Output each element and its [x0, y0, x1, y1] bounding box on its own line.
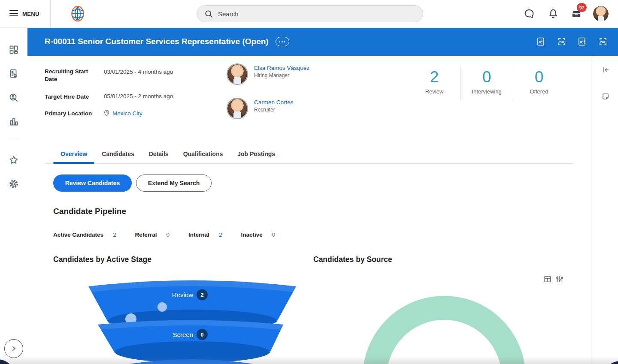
- funnel-bubble: [158, 302, 167, 312]
- field-label-target-hire-date: Target Hire Date: [45, 93, 95, 101]
- hamburger-menu-icon[interactable]: [9, 10, 18, 17]
- candidates-by-stage-funnel[interactable]: Review 2 Screen 0: [53, 272, 328, 364]
- metric-label: Inactive: [241, 232, 262, 238]
- stat-offered-label: Offered: [513, 88, 565, 95]
- right-utility-rail: [591, 56, 618, 364]
- requisition-header: R-00011 Senior Customer Services Represe…: [27, 27, 618, 56]
- tab-bar: Overview Candidates Details Qualificatio…: [45, 145, 573, 164]
- notes-icon[interactable]: [601, 92, 610, 101]
- svg-text:PDF: PDF: [559, 40, 565, 44]
- recruiter-role: Recruiter: [254, 107, 294, 113]
- notifications-bell-icon[interactable]: [548, 8, 559, 19]
- recruiter-avatar[interactable]: [227, 98, 248, 119]
- recruiter-name-link[interactable]: Carmen Cortes: [254, 99, 294, 105]
- hiring-manager-avatar[interactable]: [227, 63, 248, 85]
- recruiting-requisition-page: MENU: [0, 0, 618, 364]
- export-buttons: X PDF X: [536, 27, 608, 56]
- metric-value-link[interactable]: 2: [219, 232, 222, 238]
- main-content: Recruiting Start Date 03/01/2025 - 4 mon…: [27, 56, 591, 364]
- metric-referral: Referral 0: [135, 232, 170, 238]
- stat-offered: 0 Offered: [513, 69, 565, 95]
- hiring-manager-role: Hiring Manager: [254, 72, 309, 78]
- metric-value: 0: [167, 232, 170, 238]
- expand-sidebar-button[interactable]: [4, 339, 23, 358]
- funnel-chart-title: Candidates by Active Stage: [53, 255, 151, 264]
- review-candidates-button[interactable]: Review Candidates: [53, 174, 132, 192]
- company-globe-logo[interactable]: [69, 5, 87, 23]
- stat-review-label: Review: [409, 88, 460, 95]
- metric-value-link[interactable]: 2: [113, 232, 116, 238]
- related-actions-ellipsis-button[interactable]: [276, 37, 289, 46]
- tab-overview[interactable]: Overview: [53, 145, 94, 163]
- candidate-pipeline-heading: Candidate Pipeline: [53, 207, 126, 216]
- export-excel-icon[interactable]: X: [536, 37, 546, 46]
- reports-bar-chart-icon[interactable]: [9, 117, 19, 127]
- primary-location-link[interactable]: Mexico City: [112, 110, 142, 117]
- location-pin-icon: [104, 110, 109, 116]
- candidate-search-icon[interactable]: [9, 93, 19, 103]
- collapse-panel-icon[interactable]: [601, 66, 610, 74]
- tab-details[interactable]: Details: [142, 145, 176, 163]
- job-requisitions-icon[interactable]: [9, 69, 19, 79]
- metric-internal: Internal 2: [188, 232, 222, 238]
- favorites-star-icon[interactable]: [9, 155, 19, 165]
- svg-text:X: X: [580, 39, 583, 44]
- search-icon: [205, 10, 213, 18]
- export-pdf-icon-2[interactable]: PDF: [598, 37, 608, 46]
- left-navigation-rail: [0, 27, 27, 364]
- metric-inactive: Inactive 0: [241, 232, 275, 238]
- dashboards-icon[interactable]: [9, 45, 19, 55]
- tab-job-postings[interactable]: Job Postings: [230, 145, 282, 163]
- stat-review: 2 Review: [409, 69, 460, 95]
- metric-label: Referral: [135, 232, 157, 238]
- funnel-stage-label: Screen: [173, 331, 193, 338]
- candidates-by-source-donut[interactable]: [328, 272, 568, 364]
- chat-icon[interactable]: [524, 8, 535, 19]
- metric-value: 0: [272, 232, 276, 238]
- search-input[interactable]: [217, 10, 399, 18]
- field-value-target-hire-date: 05/01/2025 - 2 months ago: [104, 93, 173, 99]
- metric-active-candidates: Active Candidates 2: [53, 232, 116, 238]
- extend-my-search-button[interactable]: Extend My Search: [136, 174, 212, 192]
- svg-text:PDF: PDF: [600, 40, 606, 44]
- page-title: R-00011 Senior Customer Services Represe…: [45, 37, 269, 46]
- hiring-manager-name-link[interactable]: Elsa Ramos Vásquez: [254, 65, 309, 71]
- export-pdf-icon[interactable]: PDF: [557, 37, 566, 46]
- top-bar: MENU: [0, 0, 618, 28]
- stat-review-value[interactable]: 2: [409, 69, 460, 86]
- stat-interviewing-label: Interviewing: [461, 88, 512, 95]
- stat-interviewing-value[interactable]: 0: [461, 69, 512, 86]
- field-value-recruiting-start-date: 03/01/2025 - 4 months ago: [104, 69, 173, 75]
- recruiter-card: Carmen Cortes Recruiter: [227, 98, 294, 119]
- tab-qualifications[interactable]: Qualifications: [176, 145, 230, 163]
- svg-text:X: X: [539, 39, 542, 44]
- metric-label: Active Candidates: [53, 232, 103, 238]
- menu-label[interactable]: MENU: [22, 11, 39, 17]
- field-label-recruiting-start-date: Recruiting Start Date: [45, 68, 95, 83]
- funnel-stage-label: Review: [172, 291, 193, 298]
- settings-gear-icon[interactable]: [9, 179, 19, 189]
- chevron-right-icon: [10, 345, 17, 352]
- field-label-primary-location: Primary Location: [45, 110, 95, 117]
- global-search[interactable]: [197, 5, 423, 22]
- source-chart-title: Candidates by Source: [313, 255, 392, 264]
- pipeline-metrics: Active Candidates 2 Referral 0 Internal …: [53, 232, 294, 238]
- field-value-primary-location: Mexico City: [104, 110, 142, 117]
- topbar-divider: [50, 0, 51, 27]
- donut-ring[interactable]: [375, 308, 514, 364]
- stat-offered-value[interactable]: 0: [513, 69, 565, 86]
- export-excel-icon-2[interactable]: X: [578, 37, 587, 46]
- rail-divider: [8, 140, 20, 140]
- stat-interviewing: 0 Interviewing: [461, 69, 512, 95]
- funnel-stage-count: 2: [201, 292, 204, 298]
- inbox-count-badge: 97: [577, 3, 587, 12]
- metric-label: Internal: [188, 232, 209, 238]
- tab-candidates[interactable]: Candidates: [94, 145, 141, 163]
- funnel-stage-count: 0: [201, 332, 204, 338]
- hiring-manager-card: Elsa Ramos Vásquez Hiring Manager: [227, 63, 309, 85]
- user-avatar[interactable]: [593, 6, 609, 21]
